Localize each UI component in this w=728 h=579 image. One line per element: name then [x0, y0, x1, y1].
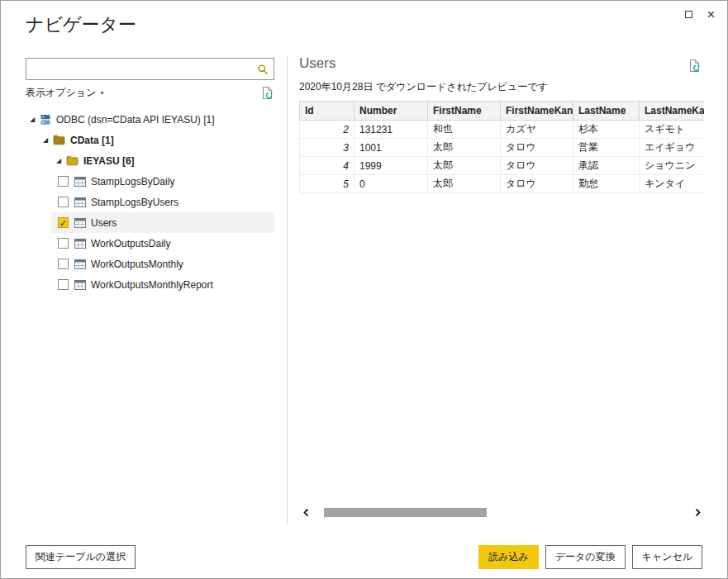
table-cell: タロウ	[501, 157, 573, 175]
tree-node-label: CData [1]	[70, 135, 114, 146]
table-cell: 承認	[573, 157, 640, 175]
scrollbar-track[interactable]	[312, 505, 691, 520]
table-cell: 杉本	[573, 121, 640, 139]
table-cell: タロウ	[501, 175, 573, 193]
table-icon	[74, 197, 86, 207]
tree-node-odbc[interactable]: ◢ ODBC (dsn=CData API IEYASU) [1]	[26, 109, 274, 130]
panel-divider	[287, 55, 288, 524]
table-checkbox[interactable]	[58, 238, 69, 249]
navigation-tree: ◢ ODBC (dsn=CData API IEYASU) [1] ◢ CDat…	[26, 109, 274, 295]
page-title: ナビゲーター	[26, 12, 136, 37]
tree-node-label: StampLogsByDaily	[91, 176, 174, 187]
tree-node-workoutputsdaily[interactable]: WorkOutputsDaily	[51, 233, 274, 254]
table-cell: 勤怠	[573, 175, 640, 193]
footer-actions: 読み込み データの変換 キャンセル	[478, 545, 702, 569]
table-checkbox[interactable]: ✓	[58, 217, 69, 228]
folder-icon	[66, 155, 79, 166]
tree-node-label: ODBC (dsn=CData API IEYASU) [1]	[56, 114, 215, 126]
table-cell: 営業	[573, 139, 640, 157]
table-cell: 131231	[354, 121, 428, 139]
table-cell: 1999	[354, 157, 428, 175]
tree-node-label: StampLogsByUsers	[91, 197, 178, 208]
tree-node-cdata[interactable]: ◢ CData [1]	[26, 130, 274, 150]
tree-node-stamplogsbydaily[interactable]: StampLogsByDaily	[51, 171, 274, 192]
table-cell: カズヤ	[501, 121, 573, 139]
table-cell: タロウ	[501, 139, 573, 157]
header-row: Id Number FirstName FirstNameKana LastNa…	[300, 102, 705, 121]
column-header: FirstName	[428, 102, 501, 121]
search-box	[26, 58, 274, 80]
load-button[interactable]: 読み込み	[478, 545, 539, 569]
tree-node-label: WorkOutputsDaily	[91, 238, 170, 249]
table-row: 5 0 太郎 タロウ 勤怠 キンタイ	[300, 175, 705, 193]
table-icon	[74, 280, 86, 290]
refresh-icon[interactable]	[260, 86, 274, 100]
scrollbar-thumb[interactable]	[324, 508, 487, 517]
maximize-icon	[685, 11, 692, 18]
search-icon[interactable]	[252, 59, 274, 79]
tree-node-workoutputsmonthlyreport[interactable]: WorkOutputsMonthlyReport	[51, 274, 274, 295]
chevron-down-icon: ▾	[100, 89, 103, 97]
preview-table: Id Number FirstName FirstNameKana LastNa…	[299, 101, 704, 193]
table-checkbox[interactable]	[58, 197, 69, 207]
table-cell: 和也	[428, 121, 501, 139]
close-icon: ×	[707, 7, 716, 21]
scroll-right-button[interactable]	[691, 505, 704, 520]
table-cell: スギモト	[640, 121, 705, 139]
table-cell: 2	[300, 121, 354, 139]
column-header: FirstNameKana	[501, 102, 573, 121]
tree-node-label: Users	[91, 217, 117, 229]
display-options-dropdown[interactable]: 表示オプション ▾	[26, 86, 103, 100]
tree-node-stamplogsbyusers[interactable]: StampLogsByUsers	[51, 192, 274, 212]
tree-node-ieyasu[interactable]: ◢ IEYASU [6]	[26, 150, 274, 171]
column-header: Number	[354, 102, 428, 121]
column-header: Id	[300, 102, 354, 121]
preview-title: Users	[299, 55, 335, 72]
table-cell: 1001	[354, 139, 428, 157]
tree-node-workoutputsmonthly[interactable]: WorkOutputsMonthly	[51, 254, 274, 274]
tree-node-users[interactable]: ✓ Users	[51, 212, 274, 233]
table-row: 4 1999 太郎 タロウ 承認 ショウニン	[300, 157, 705, 175]
expand-collapse-icon[interactable]: ◢	[54, 157, 64, 164]
expand-collapse-icon[interactable]: ◢	[40, 136, 50, 144]
table-icon	[74, 259, 86, 269]
close-button[interactable]: ×	[700, 4, 722, 25]
table-cell: 太郎	[428, 157, 501, 175]
tree-node-label: WorkOutputsMonthly	[91, 259, 183, 270]
folder-icon	[53, 135, 65, 145]
maximize-button[interactable]	[678, 4, 700, 25]
table-cell: 3	[300, 139, 354, 157]
tree-node-label: WorkOutputsMonthlyReport	[91, 279, 213, 291]
display-options-label: 表示オプション	[26, 86, 96, 100]
scroll-left-button[interactable]	[299, 505, 312, 520]
cancel-button[interactable]: キャンセル	[632, 545, 702, 569]
table-icon	[74, 239, 86, 249]
table-row: 3 1001 太郎 タロウ 営業 エイギョウ	[300, 139, 705, 157]
column-header: LastNameKana	[640, 102, 705, 121]
expand-collapse-icon[interactable]: ◢	[27, 116, 37, 123]
select-related-tables-button[interactable]: 関連テーブルの選択	[26, 545, 136, 569]
scroll-right-icon	[694, 508, 702, 517]
preview-subtitle: 2020年10月28日 でダウンロードされたプレビューです	[299, 80, 548, 94]
table-cell: 5	[300, 175, 354, 193]
table-checkbox[interactable]	[58, 176, 69, 187]
table-cell: キンタイ	[640, 175, 705, 193]
column-header: LastName	[573, 102, 640, 121]
tree-node-label: IEYASU [6]	[83, 155, 135, 167]
scroll-left-icon	[302, 508, 310, 517]
table-cell: ショウニン	[640, 157, 705, 175]
table-checkbox[interactable]	[58, 259, 69, 269]
table-cell: 太郎	[428, 139, 501, 157]
table-cell: 4	[300, 157, 354, 175]
search-input[interactable]	[26, 59, 252, 79]
odbc-server-icon	[40, 114, 51, 126]
preview-table-container: Id Number FirstName FirstNameKana LastNa…	[299, 101, 704, 193]
window-controls: ×	[678, 4, 722, 25]
refresh-preview-icon[interactable]	[688, 59, 702, 73]
table-checkbox[interactable]	[58, 279, 69, 290]
display-options-row: 表示オプション ▾	[26, 83, 274, 102]
table-cell: エイギョウ	[640, 139, 705, 157]
transform-data-button[interactable]: データの変換	[545, 545, 626, 569]
table-icon	[74, 218, 86, 228]
table-cell: 0	[354, 175, 428, 193]
